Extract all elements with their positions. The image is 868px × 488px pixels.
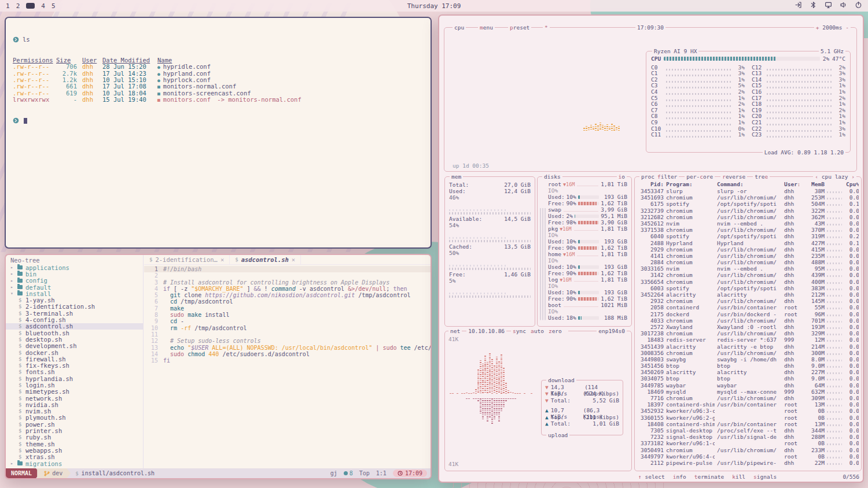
process-row[interactable]: 3453347slurpslurp -ordhh38M0.0: [638, 188, 859, 194]
process-row[interactable]: 3450269alacrittyalacrittydhh227M0.0: [638, 369, 859, 375]
tree-item-nvim.sh[interactable]: $nvim.sh: [6, 408, 143, 415]
tree-item-install[interactable]: ▾install: [6, 290, 143, 297]
footer-button[interactable]: info: [673, 474, 686, 480]
tree-item-ruby.sh[interactable]: $ruby.sh: [6, 434, 143, 441]
tree-item-theme.sh[interactable]: $theme.sh: [6, 441, 143, 447]
disk-io-tab[interactable]: ▼16M: [560, 277, 571, 283]
process-row[interactable]: 3451456btopbtopdhh9.0M0.0: [638, 363, 859, 369]
process-row[interactable]: 2175dockerd/usr/bin/dockerd -root96M0.0: [638, 311, 859, 317]
tree-item-network.sh[interactable]: $network.sh: [6, 395, 143, 401]
process-row[interactable]: 18408containerd-shim/usr/bin/containerro…: [638, 421, 859, 427]
process-row[interactable]: 3008356chromium/usr/lib/chromium/dhh300M…: [638, 350, 859, 356]
workspace-1[interactable]: 1: [6, 2, 10, 10]
tree-item-development.sh[interactable]: $development.sh: [6, 343, 143, 349]
tab-asdcontrol.sh[interactable]: $asdcontrol.sh×: [230, 255, 301, 264]
update-interval[interactable]: + 2000ms -: [814, 24, 851, 31]
net-interface[interactable]: enp194s0: [597, 328, 627, 334]
process-row[interactable]: 3452264alacrittyalacrittydhh212M0.0: [638, 291, 859, 298]
tree-item-config[interactable]: ▸config: [6, 278, 143, 284]
process-row[interactable]: 18397containerd-shim/usr/bin/containerro…: [638, 401, 859, 408]
process-row[interactable]: 2112pipewire-pulse/usr/lib/pipewire-dhh2…: [638, 460, 859, 466]
process-row[interactable]: 3212682chromium/usr/lib/chromium/dhh362M…: [638, 214, 859, 220]
tree-item-bluetooth.sh[interactable]: $bluetooth.sh: [6, 330, 143, 336]
workspace-5[interactable]: 5: [52, 2, 56, 10]
process-row[interactable]: 3371538chromium/usr/lib/chromium/dhh370M…: [638, 227, 859, 233]
process-row[interactable]: 2929chromium/usr/lib/chromium/dhh415M0.0: [638, 246, 859, 253]
proc-tab[interactable]: tree: [753, 173, 770, 180]
tree-item-desktop.sh[interactable]: $desktop.sh: [6, 336, 143, 342]
process-row[interactable]: 3373182kworker/u96:1-coroot0B0.0: [638, 440, 859, 446]
disk-io-tab[interactable]: ▼16M: [563, 252, 575, 257]
footer-button[interactable]: signals: [753, 474, 777, 480]
volume-icon[interactable]: [840, 1, 847, 10]
neovim-window[interactable]: Neo-tree ▸applications▸bin▸config▸defaul…: [5, 254, 432, 479]
tree-item-webapps.sh[interactable]: $webapps.sh: [6, 447, 143, 453]
mem-box-label[interactable]: mem: [450, 173, 463, 180]
cpu-box-label[interactable]: cpu: [453, 24, 466, 31]
process-row[interactable]: 3232739chromium/usr/lib/chromium/dhh322M…: [638, 208, 859, 214]
code-area[interactable]: 1#!/bin/bash23# Install asdcontrol for c…: [144, 265, 431, 364]
process-row[interactable]: 3356654chromium/usr/lib/chromium/dhh400M…: [638, 279, 859, 285]
process-row[interactable]: 3452932kworker/u96:3-coroot0B0.0: [638, 408, 859, 414]
tree-item-asdcontrol.sh[interactable]: $asdcontrol.sh: [6, 323, 143, 330]
tree-item-nvidia.sh[interactable]: $nvidia.sh: [6, 401, 143, 408]
process-row[interactable]: 3449785waybarwaybardhh64M0.0: [638, 382, 859, 389]
tree-item-docker.sh[interactable]: $docker.sh: [6, 349, 143, 356]
tree-item-fonts.sh[interactable]: $fonts.sh: [6, 369, 143, 375]
tree-item-firewall.sh[interactable]: $firewall.sh: [6, 356, 143, 362]
screencast-icon[interactable]: [795, 1, 802, 10]
tree-item-mimetypes.sh[interactable]: $mimetypes.sh: [6, 389, 143, 395]
process-row[interactable]: 4141chromium/usr/lib/chromium/dhh235M0.0: [638, 253, 859, 259]
close-tab-icon[interactable]: ×: [220, 256, 224, 263]
tree-item-plymouth.sh[interactable]: $plymouth.sh: [6, 415, 143, 421]
process-row[interactable]: 2932chromium/usr/lib/chromium/dhh145M0.0: [638, 298, 859, 304]
disk-io-tab[interactable]: ▼16M: [560, 226, 571, 232]
tree-item-default[interactable]: ▸default: [6, 284, 143, 290]
net-tab[interactable]: sync: [513, 328, 526, 334]
proc-tab[interactable]: filter: [656, 173, 679, 180]
btop-window[interactable]: cpu menu preset * 17:09:30 + 2000ms - Ry…: [438, 14, 864, 483]
process-row[interactable]: 3017238chromium/usr/lib/chromium/dhh329M…: [638, 330, 859, 337]
io-tab[interactable]: io: [617, 173, 627, 180]
network-icon[interactable]: [825, 1, 832, 10]
tree-item-power.sh[interactable]: $power.sh: [6, 421, 143, 427]
net-tab[interactable]: auto: [531, 328, 544, 334]
footer-button[interactable]: ↑ select: [638, 474, 665, 480]
process-row[interactable]: 18483redis-serverredis-server *:63799912…: [638, 337, 859, 343]
tree-item-4-config.sh[interactable]: $4-config.sh: [6, 316, 143, 323]
power-icon[interactable]: [855, 1, 862, 10]
process-row[interactable]: 6040spotify/opt/spotify/spotidhh319M0.2: [638, 233, 859, 239]
process-row[interactable]: 2884chromium/usr/lib/chromium/dhh488M0.0: [638, 259, 859, 265]
tree-item-hyprlandia.sh[interactable]: $hyprlandia.sh: [6, 375, 143, 382]
footer-button[interactable]: terminate: [694, 474, 724, 480]
workspace-4[interactable]: 4: [41, 2, 45, 10]
process-row[interactable]: 6175spotify/opt/spotify/spotidhh504M0.1: [638, 201, 859, 207]
process-row[interactable]: 7305signal-desktop/proc/self/exe --tdhh3…: [638, 427, 859, 434]
process-row[interactable]: 3451693chromium/usr/lib/chromium/dhh253M…: [638, 194, 859, 201]
tree-item-2-identification.sh[interactable]: $2-identification.sh: [6, 304, 143, 310]
process-row[interactable]: 3142chromium/usr/lib/chromium/dhh439M0.0: [638, 272, 859, 278]
proc-tab[interactable]: per-core: [685, 173, 715, 180]
proc-tab[interactable]: reverse: [720, 173, 747, 180]
proc-box-label[interactable]: proc: [639, 173, 656, 180]
bluetooth-icon[interactable]: [810, 1, 817, 10]
footer-button[interactable]: kill: [732, 474, 745, 480]
process-row[interactable]: 4033chromium/usr/lib/chromium/dhh701M0.0: [638, 317, 859, 324]
tree-item-1-yay.sh[interactable]: $1-yay.sh: [6, 297, 143, 303]
tree-item-applications[interactable]: ▸applications: [6, 264, 143, 271]
process-row[interactable]: 18469mysqldmysqld --max-conne999632M0.0: [638, 389, 859, 395]
process-row[interactable]: 7716chromium/usr/lib/chromium/dhh309M0.0: [638, 395, 859, 401]
tree-item-printer.sh[interactable]: $printer.sh: [6, 427, 143, 434]
close-tab-icon[interactable]: ×: [292, 256, 295, 263]
process-row[interactable]: 3449797kworker/u96:4-coroot0B0.0: [638, 453, 859, 460]
terminal-window[interactable]: ls PermissionsSizeUserDate ModifiedName.…: [5, 17, 432, 249]
tree-item-xtras.sh[interactable]: $xtras.sh: [6, 454, 143, 460]
process-row[interactable]: 3034075btopbtopdhh9.0M0.0: [638, 375, 859, 382]
process-row[interactable]: 2058containerd/usr/bin/containerroot55M0…: [638, 304, 859, 310]
menu-button[interactable]: menu: [478, 24, 495, 31]
process-row[interactable]: 6003spotify/opt/spotify/spotidhh383M0.0: [638, 285, 859, 291]
tree-item-login.sh[interactable]: $login.sh: [6, 382, 143, 388]
preset-button[interactable]: preset: [508, 24, 531, 31]
disks-box-label[interactable]: disks: [542, 173, 562, 180]
terminal-cursor[interactable]: [24, 118, 27, 124]
